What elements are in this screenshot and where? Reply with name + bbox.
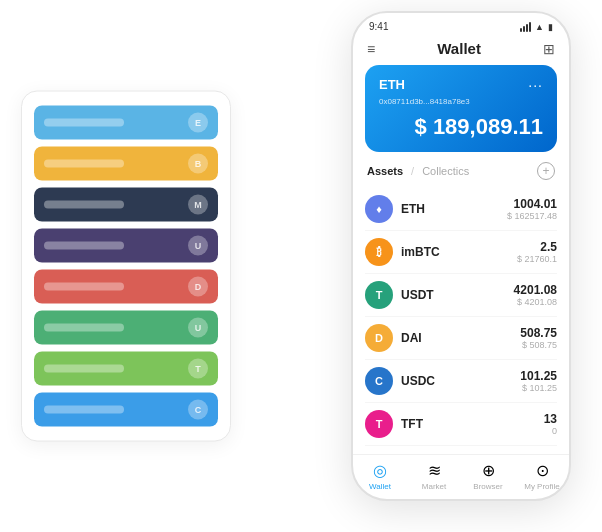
asset-icon: C [365, 367, 393, 395]
card-text-placeholder [44, 406, 124, 414]
asset-list: ♦ETH1004.01$ 162517.48₿imBTC2.5$ 21760.1… [353, 188, 569, 454]
asset-icon: T [365, 410, 393, 438]
eth-card-balance: $ 189,089.11 [379, 114, 543, 140]
asset-amounts: 2.5$ 21760.1 [517, 240, 557, 264]
card-dot: U [188, 318, 208, 338]
card-row[interactable]: E [34, 106, 218, 140]
asset-amount-usd: $ 4201.08 [514, 297, 557, 307]
nav-label-my-profile: My Profile [524, 482, 560, 491]
phone-header: ≡ Wallet ⊞ [353, 36, 569, 65]
card-dot: E [188, 113, 208, 133]
asset-item[interactable]: DDAI508.75$ 508.75 [365, 317, 557, 360]
assets-tabs: Assets / Collectics [367, 165, 469, 177]
card-row[interactable]: B [34, 147, 218, 181]
card-row[interactable]: T [34, 352, 218, 386]
tab-divider: / [411, 165, 414, 177]
card-dot: U [188, 236, 208, 256]
scene: EBMUDUTC 9:41 ▲ ▮ ≡ Wallet ⊞ [21, 11, 581, 521]
card-text-placeholder [44, 283, 124, 291]
asset-symbol: imBTC [401, 245, 517, 259]
nav-item-my-profile[interactable]: ⊙My Profile [515, 461, 569, 491]
asset-amounts: 101.25$ 101.25 [520, 369, 557, 393]
tab-collectics[interactable]: Collectics [422, 165, 469, 177]
asset-amount-main: 101.25 [520, 369, 557, 383]
card-stack: EBMUDUTC [21, 91, 231, 442]
wifi-icon: ▲ [535, 22, 544, 32]
nav-label-wallet: Wallet [369, 482, 391, 491]
nav-label-browser: Browser [473, 482, 502, 491]
asset-amount-usd: $ 162517.48 [507, 211, 557, 221]
card-text-placeholder [44, 324, 124, 332]
asset-symbol: USDT [401, 288, 514, 302]
card-text-placeholder [44, 201, 124, 209]
scan-icon[interactable]: ⊞ [543, 41, 555, 57]
phone: 9:41 ▲ ▮ ≡ Wallet ⊞ ETH ··· [351, 11, 571, 501]
asset-item[interactable]: TTFT130 [365, 403, 557, 446]
card-row[interactable]: U [34, 229, 218, 263]
tab-assets[interactable]: Assets [367, 165, 403, 177]
asset-symbol: DAI [401, 331, 520, 345]
asset-symbol: ETH [401, 202, 507, 216]
asset-amount-usd: $ 101.25 [520, 383, 557, 393]
nav-label-market: Market [422, 482, 446, 491]
eth-card-name: ETH [379, 77, 405, 92]
card-text-placeholder [44, 365, 124, 373]
asset-icon: ₿ [365, 238, 393, 266]
battery-icon: ▮ [548, 22, 553, 32]
asset-item[interactable]: ♦ETH1004.01$ 162517.48 [365, 188, 557, 231]
status-time: 9:41 [369, 21, 388, 32]
asset-item[interactable]: TUSDT4201.08$ 4201.08 [365, 274, 557, 317]
eth-card-menu[interactable]: ··· [528, 77, 543, 93]
asset-symbol: USDC [401, 374, 520, 388]
nav-icon-my-profile: ⊙ [536, 461, 549, 480]
asset-amount-usd: 0 [544, 426, 557, 436]
signal-icon [520, 22, 531, 32]
card-row[interactable]: M [34, 188, 218, 222]
status-icons: ▲ ▮ [520, 22, 553, 32]
assets-header: Assets / Collectics + [353, 162, 569, 188]
asset-amount-main: 1004.01 [507, 197, 557, 211]
card-dot: C [188, 400, 208, 420]
card-dot: T [188, 359, 208, 379]
card-text-placeholder [44, 242, 124, 250]
asset-amounts: 130 [544, 412, 557, 436]
asset-symbol: TFT [401, 417, 544, 431]
asset-amounts: 4201.08$ 4201.08 [514, 283, 557, 307]
asset-amount-usd: $ 508.75 [520, 340, 557, 350]
nav-icon-market: ≋ [428, 461, 441, 480]
asset-icon: T [365, 281, 393, 309]
asset-icon: D [365, 324, 393, 352]
menu-icon[interactable]: ≡ [367, 41, 375, 57]
asset-amount-main: 508.75 [520, 326, 557, 340]
add-asset-button[interactable]: + [537, 162, 555, 180]
card-dot: D [188, 277, 208, 297]
asset-amount-main: 2.5 [517, 240, 557, 254]
eth-card[interactable]: ETH ··· 0x08711d3b...8418a78e3 $ 189,089… [365, 65, 557, 152]
eth-card-address: 0x08711d3b...8418a78e3 [379, 97, 543, 106]
nav-item-wallet[interactable]: ◎Wallet [353, 461, 407, 491]
eth-card-header: ETH ··· [379, 77, 543, 93]
asset-amounts: 1004.01$ 162517.48 [507, 197, 557, 221]
card-row[interactable]: C [34, 393, 218, 427]
nav-icon-wallet: ◎ [373, 461, 387, 480]
asset-amount-usd: $ 21760.1 [517, 254, 557, 264]
asset-amount-main: 4201.08 [514, 283, 557, 297]
card-row[interactable]: D [34, 270, 218, 304]
card-text-placeholder [44, 119, 124, 127]
card-dot: B [188, 154, 208, 174]
nav-item-market[interactable]: ≋Market [407, 461, 461, 491]
nav-item-browser[interactable]: ⊕Browser [461, 461, 515, 491]
card-row[interactable]: U [34, 311, 218, 345]
bottom-nav: ◎Wallet≋Market⊕Browser⊙My Profile [353, 454, 569, 499]
nav-icon-browser: ⊕ [482, 461, 495, 480]
card-dot: M [188, 195, 208, 215]
asset-item[interactable]: CUSDC101.25$ 101.25 [365, 360, 557, 403]
status-bar: 9:41 ▲ ▮ [353, 13, 569, 36]
page-title: Wallet [437, 40, 481, 57]
asset-amount-main: 13 [544, 412, 557, 426]
asset-icon: ♦ [365, 195, 393, 223]
card-text-placeholder [44, 160, 124, 168]
asset-item[interactable]: ₿imBTC2.5$ 21760.1 [365, 231, 557, 274]
asset-amounts: 508.75$ 508.75 [520, 326, 557, 350]
